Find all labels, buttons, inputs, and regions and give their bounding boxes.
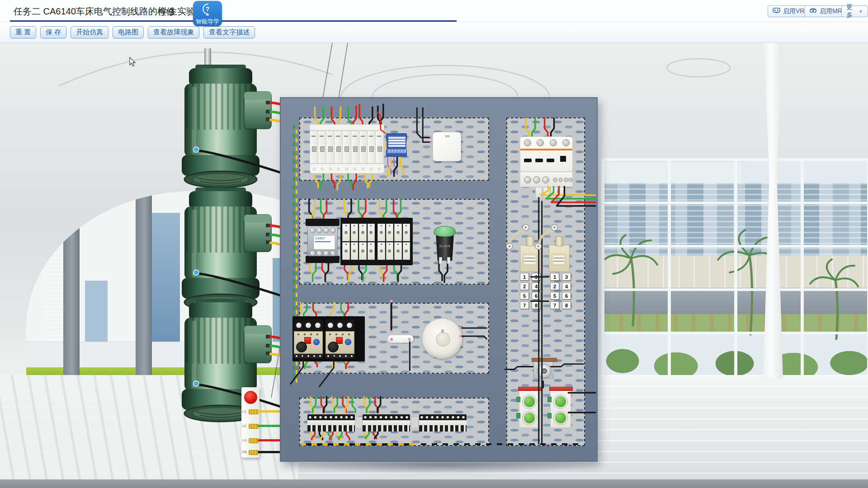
terminal-number-cell: 4: [532, 282, 541, 290]
starter-lamp[interactable]: [387, 335, 414, 343]
green-pushbutton[interactable]: [554, 395, 567, 408]
buzzer[interactable]: [533, 361, 553, 379]
meter-terminal-band: [387, 149, 406, 153]
fuse-holder[interactable]: [342, 242, 350, 260]
limit-switch-1[interactable]: [520, 245, 541, 272]
breaker-terminal-tab: [551, 187, 557, 198]
fuse-holder[interactable]: [403, 224, 410, 241]
fuse-holder[interactable]: [377, 224, 385, 241]
green-pushbutton[interactable]: [523, 411, 536, 425]
thermal-relay-1[interactable]: [294, 319, 323, 361]
breaker-module[interactable]: [326, 131, 335, 163]
start-simulation-button[interactable]: 开始仿真: [71, 26, 108, 38]
fuse-group-1[interactable]: [342, 224, 375, 260]
breaker-module[interactable]: [335, 131, 343, 163]
terminal-number-cell: 7: [520, 301, 529, 309]
terminal-lug: [249, 424, 259, 429]
breaker-terminal-tab: [558, 187, 565, 198]
more-button[interactable]: 更多 ▼: [841, 5, 868, 17]
thermal-relay-2[interactable]: [326, 319, 354, 361]
save-button[interactable]: 保 存: [40, 26, 66, 38]
relay-dial[interactable]: [328, 342, 339, 352]
breaker-module[interactable]: [351, 131, 359, 163]
main-breaker[interactable]: [520, 136, 573, 172]
breaker-toggle[interactable]: [535, 159, 543, 162]
indicator-lamp-body[interactable]: SLAN: [435, 235, 455, 261]
power-terminal-board[interactable]: L1 L2 L3 PE: [241, 387, 259, 458]
green-pushbutton[interactable]: [523, 395, 536, 408]
smart-guide-button[interactable]: ? 智能导学: [193, 1, 222, 26]
viewport-3d[interactable]: L1 L2 L3 PE: [0, 43, 868, 488]
fuse-holder[interactable]: [386, 224, 394, 241]
relay-adjust-knob[interactable]: [313, 339, 320, 345]
mount-rail: [306, 256, 340, 263]
electrical-panel[interactable]: CHNT SLAN: [280, 97, 598, 462]
terminal-label: PE: [242, 450, 248, 454]
breaker-module[interactable]: [359, 131, 368, 163]
power-indicator-lamp[interactable]: [244, 391, 257, 404]
fuse-group-2[interactable]: [377, 224, 410, 260]
floor-edge-band: [0, 479, 868, 488]
breaker-module[interactable]: [318, 131, 326, 163]
fuse-holder[interactable]: [377, 242, 385, 260]
indicator-lamp-lens[interactable]: [434, 226, 456, 237]
lamp-pin: [447, 257, 450, 264]
arch-pillar: [63, 191, 80, 387]
fuse-holder[interactable]: [394, 242, 402, 260]
ceiling-lamp-holder[interactable]: [422, 318, 462, 359]
breaker-module[interactable]: [310, 131, 318, 163]
pushbutton-station-2[interactable]: [550, 389, 571, 428]
enable-vr-button[interactable]: 启用VR: [768, 5, 809, 17]
digital-meter[interactable]: [386, 133, 407, 157]
tab-task[interactable]: 任务二 CA6140车床电气控制线路的检修: [14, 5, 175, 18]
breaker-orange-stripe: [520, 149, 572, 150]
view-fault-button[interactable]: 查看故障现象: [148, 26, 199, 38]
breaker-bank[interactable]: [310, 131, 384, 164]
fuse-holder[interactable]: [368, 224, 375, 241]
contactor-brand-label: CHNT: [314, 235, 335, 249]
wall-switch-box[interactable]: [433, 132, 461, 161]
contactor[interactable]: CHNT: [307, 226, 338, 256]
meter-tab: [384, 141, 387, 150]
fuse-holder[interactable]: [386, 242, 394, 260]
relay-dial[interactable]: [296, 342, 307, 352]
green-pushbutton[interactable]: [554, 411, 567, 425]
view-description-button[interactable]: 查看文字描述: [203, 26, 255, 38]
breaker-module[interactable]: [368, 131, 376, 163]
relay-adjust-knob[interactable]: [345, 339, 351, 345]
breaker-test-button[interactable]: [560, 156, 566, 162]
limit-switch-2[interactable]: [549, 245, 570, 272]
fuse-holder[interactable]: [351, 242, 359, 260]
terminal-number-cell: 5: [550, 292, 559, 300]
terminal-number-cell: 1: [520, 273, 529, 281]
fuse-holder[interactable]: [359, 224, 367, 241]
terminal-number-grid-1: 13245678: [520, 273, 541, 309]
fuse-holder[interactable]: [394, 224, 402, 241]
circuit-diagram-button[interactable]: 电路图: [113, 26, 144, 38]
breaker-module[interactable]: [376, 131, 384, 163]
terminal-strip-2[interactable]: [363, 414, 410, 432]
fuse-holder[interactable]: [342, 224, 350, 241]
header-bar: 任务二 CA6140车床电气控制线路的检修 学生实验报 启用VR 启用MR 更多…: [0, 0, 868, 22]
terminal-number-cell: 3: [562, 273, 571, 281]
breaker-module[interactable]: [343, 131, 351, 163]
terminal-number-cell: 8: [532, 301, 541, 309]
fuse-holder[interactable]: [403, 242, 410, 260]
terminal-strip-1[interactable]: [307, 414, 355, 432]
hatch-strip-yellow-black: [301, 443, 414, 446]
terminal-strip-3[interactable]: [419, 414, 467, 432]
enable-mr-button[interactable]: 启用MR: [804, 5, 847, 17]
smart-guide-label: 智能导学: [196, 18, 219, 25]
fuse-holder[interactable]: [368, 242, 375, 260]
terminal-number-cell: 6: [562, 292, 571, 300]
strip-link: [411, 417, 419, 428]
breaker-toggle[interactable]: [547, 159, 554, 162]
reset-button[interactable]: 重 置: [10, 26, 36, 38]
glass-curtain-wall: [601, 158, 868, 376]
fuse-holder[interactable]: [351, 224, 359, 241]
breaker-toggle[interactable]: [524, 159, 532, 162]
terminal-number-cell: 2: [550, 282, 559, 290]
hatch-strip-black: [421, 443, 584, 445]
fuse-holder[interactable]: [359, 242, 367, 260]
pushbutton-station-1[interactable]: [519, 389, 540, 428]
